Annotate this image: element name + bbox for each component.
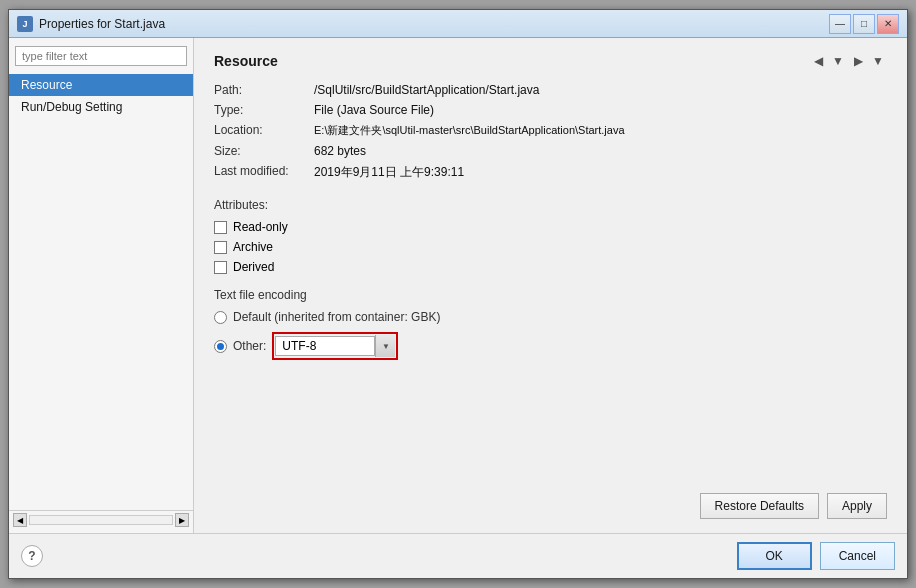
info-table: Path: /SqlUtil/src/BuildStartApplication… xyxy=(214,82,887,182)
sidebar-item-rundebug[interactable]: Run/Debug Setting xyxy=(9,96,193,118)
encoding-select-container: UTF-8 UTF-16 ISO-8859-1 GBK GB2312 ▼ xyxy=(272,332,398,360)
type-value: File (Java Source File) xyxy=(314,102,887,118)
select-arrow-icon[interactable]: ▼ xyxy=(375,335,395,357)
type-label: Type: xyxy=(214,102,314,118)
archive-checkbox[interactable] xyxy=(214,241,227,254)
close-button[interactable]: ✕ xyxy=(877,14,899,34)
readonly-row: Read-only xyxy=(214,220,887,234)
path-label: Path: xyxy=(214,82,314,98)
modified-label: Last modified: xyxy=(214,163,314,182)
size-value: 682 bytes xyxy=(314,143,887,159)
minimize-button[interactable]: — xyxy=(829,14,851,34)
nav-buttons: ◀ ▼ ▶ ▼ xyxy=(809,52,887,70)
readonly-label: Read-only xyxy=(233,220,288,234)
path-value: /SqlUtil/src/BuildStartApplication/Start… xyxy=(314,82,887,98)
bottom-right-buttons: OK Cancel xyxy=(737,542,895,570)
nav-back-button[interactable]: ◀ xyxy=(809,52,827,70)
scroll-track xyxy=(29,515,173,525)
window-controls: — □ ✕ xyxy=(829,14,899,34)
restore-defaults-button[interactable]: Restore Defaults xyxy=(700,493,819,519)
encoding-section: Text file encoding Default (inherited fr… xyxy=(214,288,887,360)
derived-checkbox[interactable] xyxy=(214,261,227,274)
default-encoding-label: Default (inherited from container: GBK) xyxy=(233,310,440,324)
bottom-bar: ? OK Cancel xyxy=(9,533,907,578)
panel-title-text: Resource xyxy=(214,53,278,69)
default-encoding-radio[interactable] xyxy=(214,311,227,324)
sidebar-scrollbar: ◀ ▶ xyxy=(9,510,193,529)
cancel-button[interactable]: Cancel xyxy=(820,542,895,570)
filter-input[interactable] xyxy=(15,46,187,66)
maximize-button[interactable]: □ xyxy=(853,14,875,34)
location-label: Location: xyxy=(214,122,314,139)
other-encoding-radio[interactable] xyxy=(214,340,227,353)
radio-dot xyxy=(217,343,224,350)
attributes-section: Attributes: Read-only Archive Derived xyxy=(214,198,887,280)
sidebar-item-resource[interactable]: Resource xyxy=(9,74,193,96)
help-button[interactable]: ? xyxy=(21,545,43,567)
default-encoding-row: Default (inherited from container: GBK) xyxy=(214,310,887,324)
derived-label: Derived xyxy=(233,260,274,274)
properties-dialog: J Properties for Start.java — □ ✕ Resour… xyxy=(8,9,908,579)
nav-forward-dropdown-button[interactable]: ▼ xyxy=(869,52,887,70)
other-encoding-label: Other: xyxy=(233,339,266,353)
dialog-title: Properties for Start.java xyxy=(39,17,165,31)
attributes-label: Attributes: xyxy=(214,198,887,212)
app-icon: J xyxy=(17,16,33,32)
scroll-right-button[interactable]: ▶ xyxy=(175,513,189,527)
apply-button[interactable]: Apply xyxy=(827,493,887,519)
modified-value: 2019年9月11日 上午9:39:11 xyxy=(314,163,887,182)
scroll-left-button[interactable]: ◀ xyxy=(13,513,27,527)
panel-actions: Restore Defaults Apply xyxy=(214,485,887,519)
nav-dropdown-button[interactable]: ▼ xyxy=(829,52,847,70)
dialog-content: Resource Run/Debug Setting ◀ ▶ Resource … xyxy=(9,38,907,533)
main-panel: Resource ◀ ▼ ▶ ▼ Path: /SqlUtil/src/Buil… xyxy=(194,38,907,533)
title-bar: J Properties for Start.java — □ ✕ xyxy=(9,10,907,38)
readonly-checkbox[interactable] xyxy=(214,221,227,234)
encoding-select[interactable]: UTF-8 UTF-16 ISO-8859-1 GBK GB2312 xyxy=(275,336,375,356)
nav-forward-button[interactable]: ▶ xyxy=(849,52,867,70)
sidebar: Resource Run/Debug Setting ◀ ▶ xyxy=(9,38,194,533)
title-bar-left: J Properties for Start.java xyxy=(17,16,165,32)
size-label: Size: xyxy=(214,143,314,159)
other-encoding-row: Other: UTF-8 UTF-16 ISO-8859-1 GBK GB231… xyxy=(214,332,887,360)
derived-row: Derived xyxy=(214,260,887,274)
archive-row: Archive xyxy=(214,240,887,254)
panel-title-row: Resource ◀ ▼ ▶ ▼ xyxy=(214,52,887,70)
archive-label: Archive xyxy=(233,240,273,254)
encoding-title: Text file encoding xyxy=(214,288,887,302)
location-value: E:\新建文件夹\sqlUtil-master\src\BuildStartAp… xyxy=(314,122,887,139)
ok-button[interactable]: OK xyxy=(737,542,812,570)
